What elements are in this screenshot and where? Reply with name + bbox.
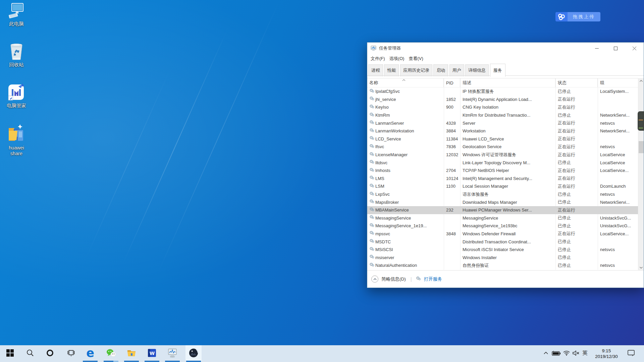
table-row[interactable]: LicenseManager 12032 Windows 许可证管理器服务 正在… [367,151,639,159]
table-row[interactable]: KtmRm KtmRm for Distributed Transactio..… [367,111,639,119]
service-status: 正在运行 [555,183,598,189]
tray-wifi[interactable] [562,345,571,361]
taskbar-app-wechat[interactable] [103,345,119,361]
vertical-scrollbar[interactable] [638,78,644,270]
table-row[interactable]: LSM 1100 Local Session Manager 正在运行 Dcom… [367,182,639,190]
service-pid: 1852 [444,97,460,102]
start-button[interactable] [2,345,18,361]
tray-ime-language[interactable]: 英 [581,345,589,361]
menu-file[interactable]: 文件(F) [371,56,385,62]
service-pid: 232 [444,207,460,213]
table-row[interactable]: LCD_Service 11384 Huawei LCD_Service 正在运… [367,135,639,143]
cortana-button[interactable] [42,345,58,361]
drag-upload-button[interactable]: 拖拽上传 [568,12,600,21]
tab-strip: 进程 性能 应用历史记录 启动 用户 详细信息 服务 [367,63,644,76]
recycle-bin-icon [8,42,25,61]
service-gear-icon [369,152,375,158]
table-row[interactable]: MSDTC Distributed Transaction Coordinat.… [367,238,639,246]
search-button[interactable] [22,345,38,361]
tab-processes[interactable]: 进程 [368,64,383,76]
maximize-button[interactable] [606,43,625,54]
wifi-icon [563,351,570,356]
table-row[interactable]: MessagingService MessagingService 已停止 Un… [367,214,639,222]
table-row[interactable]: IpxlatCfgSvc IP 转换配置服务 已停止 LocalSystem..… [367,87,639,96]
tab-startup[interactable]: 启动 [433,64,448,76]
service-status: 正在运行 [555,128,598,134]
service-name: KeyIso [375,105,389,110]
table-row[interactable]: MapsBroker Downloaded Maps Manager 已停止 N… [367,198,639,206]
tab-app-history[interactable]: 应用历史记录 [400,64,432,76]
table-row[interactable]: msiserver Windows Installer 已停止 [367,253,639,261]
table-row[interactable]: MSiSCSI Microsoft iSCSI Initiator Servic… [367,246,639,254]
service-group: netsvcs [598,121,639,126]
task-manager-app-icon [371,46,376,51]
minimize-button[interactable] [587,43,606,54]
tray-show-hidden-icons[interactable] [541,345,550,361]
tab-performance[interactable]: 性能 [384,64,399,76]
table-row[interactable]: KeyIso 900 CNG Key Isolation 正在运行 [367,103,639,111]
task-manager-window: 任务管理器 文件(F) 选项(O) 查看(V) 进程 性能 应用历史记录 [367,42,644,288]
desktop-icon-label: 电脑管家 [4,103,29,109]
column-header-pid[interactable]: PID [444,78,460,87]
title-bar[interactable]: 任务管理器 [367,43,644,54]
service-name: LicenseManager [375,152,408,157]
taskbar-app-edge[interactable]: e [82,345,98,361]
service-group: LocalService [598,152,639,157]
search-icon [26,349,34,357]
table-row[interactable]: mpssvc 3848 Windows Defender Firewall 正在… [367,230,639,238]
netdisk-upload-widget[interactable]: 拖拽上传 [555,12,600,21]
service-group: LocalSystem... [598,89,639,94]
scrollbar-thumb[interactable] [639,141,644,153]
fewer-details-button[interactable]: 简略信息(D) [381,276,406,282]
tray-volume-muted[interactable] [571,345,581,361]
screen-edge-grip-widget[interactable] [638,111,644,131]
table-row[interactable]: MessagingService_1e19... MessagingServic… [367,222,639,230]
sort-ascending-icon [402,79,406,81]
column-header-status[interactable]: 状态 [555,78,598,87]
table-row[interactable]: LxpSvc 语言体验服务 已停止 netsvcs [367,190,639,198]
taskbar-app-word[interactable]: W [144,345,160,361]
tray-battery[interactable] [551,345,561,361]
action-center-button[interactable] [625,345,637,361]
menu-view[interactable]: 查看(V) [409,56,423,62]
column-header-description[interactable]: 描述 [460,78,555,87]
desktop-icon-huawei-share[interactable]: huawei share [3,123,30,157]
tab-users[interactable]: 用户 [449,64,464,76]
table-row[interactable]: LanmanWorkstation 3884 Workstation 正在运行 … [367,127,639,135]
column-header-name[interactable]: 名称 [367,78,444,87]
service-gear-icon [369,199,375,205]
service-name: LxpSvc [375,192,390,197]
open-services-link[interactable]: 打开服务 [424,276,442,282]
service-description: CNG Key Isolation [460,105,555,110]
service-description: Windows Defender Firewall [460,231,555,236]
desktop-icon-pc-manager[interactable]: 电脑管家 [3,82,30,109]
table-row[interactable]: lltdsvc Link-Layer Topology Discovery M.… [367,159,639,167]
menu-options[interactable]: 选项(O) [389,56,405,62]
table-row[interactable]: LanmanServer 4328 Server 正在运行 netsvcs [367,119,639,127]
taskbar-app-task-manager[interactable] [164,345,180,361]
close-button[interactable] [625,43,644,54]
service-status: 已停止 [555,254,598,260]
column-header-group[interactable]: 组 [598,78,639,87]
table-row[interactable]: lfsvc 7836 Geolocation Service 正在运行 nets… [367,143,639,151]
table-row[interactable]: jhi_service 1852 Intel(R) Dynamic Applic… [367,96,639,104]
table-row[interactable]: LMS 10124 Intel(R) Management and Securi… [367,175,639,183]
table-row[interactable]: NaturalAuthentication 自然身份验证 已停止 netsvcs [367,261,639,269]
service-gear-icon [369,176,375,181]
scroll-up-icon[interactable] [638,78,644,84]
taskbar-app-gallery[interactable] [185,345,202,361]
scroll-down-icon[interactable] [638,265,644,270]
task-view-button[interactable] [63,345,79,361]
desktop-icon-this-pc[interactable]: 此电脑 [3,2,30,27]
tab-details[interactable]: 详细信息 [465,64,489,76]
table-row[interactable]: lmhosts 2704 TCP/IP NetBIOS Helper 正在运行 … [367,167,639,175]
taskbar-app-file-explorer[interactable] [123,345,140,361]
desktop-icon-recycle-bin[interactable]: 回收站 [3,42,30,68]
service-pid: 3884 [444,128,460,133]
huawei-share-folder-icon [7,123,26,144]
table-row[interactable]: MBAMainService 232 Huawei PCManager Wind… [367,206,639,214]
tab-services[interactable]: 服务 [490,64,505,77]
service-description: Distributed Transaction Coordinat... [460,239,555,244]
tray-clock[interactable]: 9:15 2019/12/30 [590,345,623,362]
service-description: Intel(R) Dynamic Application Load... [460,97,555,102]
